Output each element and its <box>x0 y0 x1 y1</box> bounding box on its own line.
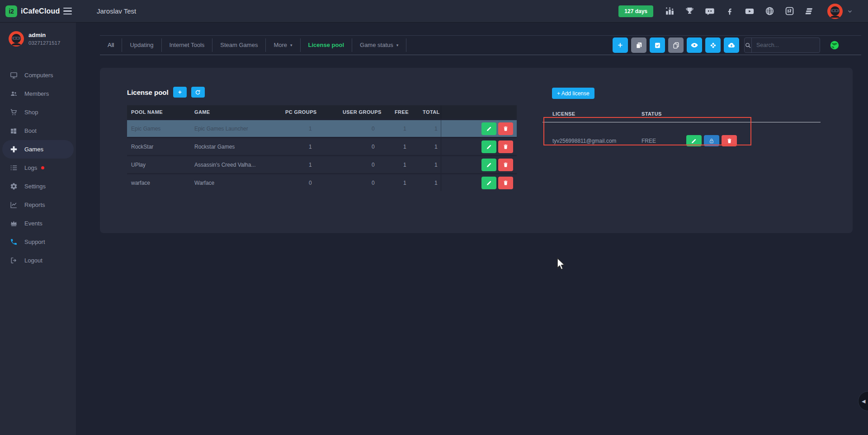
tab-updating[interactable]: Updating <box>122 38 161 52</box>
add-game-button[interactable] <box>613 37 628 53</box>
delete-pool-button[interactable] <box>498 159 513 171</box>
add-pool-button[interactable] <box>173 87 187 98</box>
license-pool-table: POOL NAME GAME PC GROUPS USER GROUPS FRE… <box>127 105 517 191</box>
select-check-button[interactable] <box>650 37 665 53</box>
table-row[interactable]: warface Warface 0 0 1 1 <box>127 173 517 191</box>
delete-pool-button[interactable] <box>498 122 513 135</box>
brand-name: iCafeCloud <box>21 7 60 15</box>
table-row[interactable]: UPlay Assassin's Creed Valha... 1 0 1 1 <box>127 155 517 173</box>
license-table-header: LICENSE STATUS <box>542 105 821 122</box>
sidebar-username: admin <box>28 32 46 38</box>
trash-icon <box>503 126 509 131</box>
copy-button[interactable] <box>631 37 646 53</box>
search-input[interactable] <box>752 42 820 48</box>
cloud-download-icon <box>727 41 736 49</box>
table-row[interactable]: Epic Games Epic Games Launcher 1 0 1 1 <box>127 119 517 137</box>
sidebar: admin 03271271517 Computers Members Shop… <box>0 23 76 435</box>
edit-pool-button[interactable] <box>481 140 496 153</box>
add-license-button[interactable]: + Add license <box>552 88 594 99</box>
sidebar-avatar <box>9 31 24 47</box>
youtube-icon[interactable] <box>745 6 755 16</box>
globe-icon[interactable] <box>765 6 774 16</box>
menu-toggle-button[interactable] <box>63 5 76 18</box>
pool-section-title: License pool <box>127 89 169 96</box>
list-icon <box>9 164 18 172</box>
copy-icon <box>635 42 643 49</box>
license-row[interactable]: tyv256998811@gmail.com FREE <box>542 122 821 159</box>
caret-down-icon: ▾ <box>396 38 399 52</box>
brand-logo[interactable]: i2 iCafeCloud <box>5 5 61 17</box>
edit-license-button[interactable] <box>686 135 702 146</box>
trash-icon <box>503 144 509 150</box>
globe-green-icon[interactable] <box>830 40 840 50</box>
table-row[interactable]: RockStar Rockstar Games 1 0 1 1 <box>127 137 517 155</box>
panel-collapse-button[interactable]: ◀ <box>858 391 868 411</box>
copy-outline-button[interactable] <box>668 37 684 53</box>
license-table: LICENSE STATUS tyv256998811@gmail.com FR… <box>542 105 821 159</box>
edit-pool-button[interactable] <box>481 159 496 171</box>
sidebar-item-computers[interactable]: Computers <box>0 66 76 84</box>
pencil-icon <box>486 144 492 150</box>
tab-more[interactable]: More▾ <box>266 38 300 52</box>
categories-button[interactable] <box>705 37 721 53</box>
refresh-pool-button[interactable] <box>191 87 205 98</box>
sidebar-item-members[interactable]: Members <box>0 84 76 103</box>
sidebar-item-games[interactable]: Games <box>2 140 74 159</box>
sidebar-item-reports[interactable]: Reports <box>0 196 76 214</box>
chevron-down-icon[interactable] <box>847 9 853 14</box>
edit-pool-button[interactable] <box>481 177 496 189</box>
tab-steam-games[interactable]: Steam Games <box>212 38 266 52</box>
games-toolbar <box>613 37 840 53</box>
layers-icon[interactable] <box>805 6 815 16</box>
page-title: Jaroslav Test <box>97 7 136 15</box>
tab-internet-tools[interactable]: Internet Tools <box>162 38 213 52</box>
tab-all[interactable]: All <box>100 38 122 52</box>
pencil-icon <box>691 138 697 144</box>
delete-license-button[interactable] <box>722 135 737 146</box>
sidebar-item-logout[interactable]: Logout <box>0 251 76 270</box>
cloud-download-button[interactable] <box>724 37 739 53</box>
monitor-icon <box>9 71 18 79</box>
trash-icon <box>503 162 509 168</box>
user-avatar[interactable] <box>827 4 843 19</box>
ranking-icon[interactable] <box>665 6 675 16</box>
discord-icon[interactable] <box>705 6 715 16</box>
top-header: i2 iCafeCloud Jaroslav Test 127 days <box>0 0 868 23</box>
caret-down-icon: ▾ <box>290 38 292 52</box>
facebook-icon[interactable] <box>725 7 734 16</box>
delete-pool-button[interactable] <box>498 140 513 153</box>
sidebar-item-events[interactable]: Events <box>0 214 76 233</box>
pencil-icon <box>486 162 492 168</box>
sidebar-item-shop[interactable]: Shop <box>0 103 76 122</box>
license-days-badge[interactable]: 127 days <box>618 5 653 17</box>
trash-icon <box>726 138 732 144</box>
logs-alert-dot <box>41 166 44 169</box>
icafecloud-icon[interactable] <box>785 6 794 16</box>
edit-pool-button[interactable] <box>481 122 496 135</box>
tab-game-status[interactable]: Game status▾ <box>352 38 406 52</box>
chart-icon <box>9 201 18 209</box>
phone-icon <box>9 238 18 246</box>
tab-list: All Updating Internet Tools Steam Games … <box>100 38 406 52</box>
pencil-icon <box>486 126 492 132</box>
cart-icon <box>9 108 18 116</box>
sidebar-item-settings[interactable]: Settings <box>0 177 76 196</box>
tab-license-pool[interactable]: License pool <box>301 38 352 52</box>
doc-check-icon <box>654 42 661 49</box>
license-email: tyv256998811@gmail.com <box>542 138 632 144</box>
crown-icon <box>9 220 18 227</box>
pool-table-header: POOL NAME GAME PC GROUPS USER GROUPS FRE… <box>127 105 517 119</box>
lock-license-button[interactable] <box>704 135 719 146</box>
sidebar-item-logs[interactable]: Logs <box>0 159 76 177</box>
trophy-icon[interactable] <box>685 6 694 16</box>
gamepad-icon <box>9 145 18 153</box>
windows-icon <box>9 127 18 135</box>
preview-button[interactable] <box>687 37 702 53</box>
icafecloud-logo-icon: i2 <box>5 5 17 17</box>
eye-icon <box>690 41 698 49</box>
delete-pool-button[interactable] <box>498 177 513 189</box>
trash-icon <box>503 180 509 186</box>
sidebar-item-support[interactable]: Support <box>0 233 76 251</box>
search-icon <box>745 38 752 52</box>
sidebar-item-boot[interactable]: Boot <box>0 122 76 140</box>
